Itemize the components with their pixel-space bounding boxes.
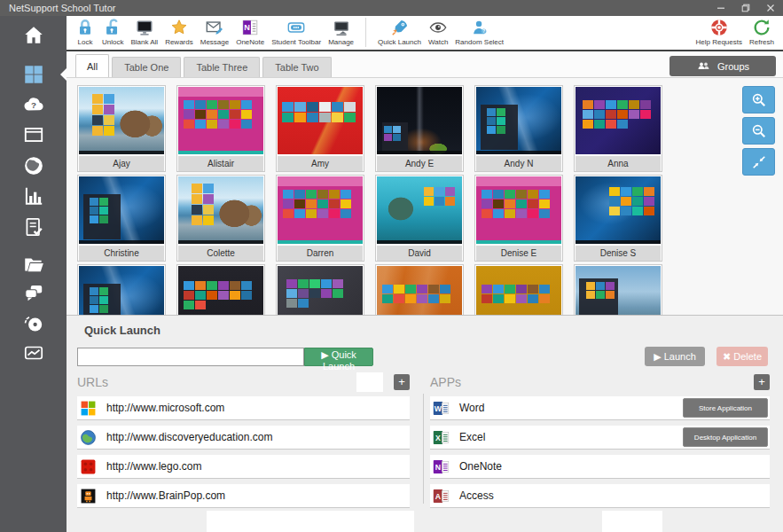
desktop-application-button[interactable]: Desktop Application bbox=[683, 427, 768, 447]
sidebar-item-chat[interactable] bbox=[18, 279, 50, 306]
globe-fav-favicon bbox=[80, 429, 97, 446]
tile bbox=[90, 215, 98, 223]
store-application-button[interactable]: Store Application bbox=[683, 398, 768, 418]
toolbar-student-toolbar-button[interactable]: Student Toolbar bbox=[268, 17, 325, 46]
tile bbox=[286, 279, 297, 288]
tile bbox=[333, 279, 343, 288]
app-name: OneNote bbox=[459, 460, 502, 473]
close-icon bbox=[766, 4, 775, 12]
tab-all[interactable]: All bbox=[75, 54, 109, 77]
tile bbox=[621, 197, 631, 206]
tile-grid bbox=[90, 198, 118, 223]
tile bbox=[92, 105, 103, 114]
svg-text:N: N bbox=[244, 23, 250, 32]
tab-table-one[interactable]: Table One bbox=[112, 57, 181, 77]
sidebar-item-window[interactable] bbox=[18, 121, 50, 148]
tile bbox=[283, 190, 294, 199]
launch-button[interactable]: ▶ Launch bbox=[645, 347, 705, 366]
home-icon bbox=[22, 24, 45, 47]
quick-launch-go-button[interactable]: ▶ Quick Launch bbox=[304, 348, 373, 366]
student-card[interactable] bbox=[574, 264, 662, 315]
restore-button[interactable] bbox=[733, 0, 758, 16]
student-card-darren[interactable]: Darren bbox=[276, 175, 364, 262]
app-row[interactable]: AAccess bbox=[430, 484, 770, 508]
student-card-ajay[interactable]: Ajay bbox=[77, 85, 166, 172]
student-card-andy-e[interactable]: Andy E bbox=[375, 85, 464, 172]
student-card-denise-s[interactable]: Denise S bbox=[574, 175, 662, 262]
quick-launch-input[interactable] bbox=[77, 348, 304, 366]
app-row[interactable]: WWordStore Application bbox=[430, 396, 770, 420]
tile bbox=[329, 190, 340, 199]
app-row[interactable]: NOneNote bbox=[430, 455, 770, 479]
sidebar-item-files[interactable] bbox=[18, 251, 50, 278]
toolbar-watch-button[interactable]: Watch bbox=[425, 17, 451, 46]
add-url-button[interactable]: + bbox=[394, 374, 410, 390]
tile bbox=[99, 207, 108, 215]
student-card[interactable] bbox=[276, 264, 364, 315]
url-row[interactable]: http://www.discoveryeducation.com bbox=[77, 426, 410, 450]
tile bbox=[321, 289, 332, 298]
zoom-in-button[interactable] bbox=[742, 86, 775, 113]
sidebar-item-question[interactable]: ? bbox=[18, 91, 50, 118]
student-screen-thumbnail bbox=[178, 87, 263, 154]
taskbar bbox=[178, 240, 263, 244]
sidebar-item-activity[interactable] bbox=[18, 340, 50, 366]
student-card-alistair[interactable]: Alistair bbox=[176, 85, 265, 172]
sidebar-item-audio[interactable] bbox=[18, 311, 50, 338]
toolbar-blank-all-button[interactable]: Blank All bbox=[127, 17, 161, 46]
toolbar-message-button[interactable]: Message bbox=[197, 17, 232, 46]
student-card-christine[interactable]: Christine bbox=[77, 175, 166, 262]
url-row[interactable]: http://www.lego.com bbox=[77, 455, 410, 479]
student-screen-thumbnail bbox=[377, 176, 462, 244]
urls-blank-chip[interactable] bbox=[356, 372, 383, 392]
groups-button[interactable]: Groups bbox=[669, 56, 776, 76]
student-card-amy[interactable]: Amy bbox=[276, 85, 364, 172]
fit-size-button[interactable] bbox=[742, 148, 775, 176]
zoom-out-button[interactable] bbox=[742, 117, 775, 145]
student-card[interactable] bbox=[474, 264, 563, 315]
sidebar-item-home[interactable] bbox=[18, 22, 50, 49]
tile bbox=[445, 197, 455, 206]
close-button[interactable] bbox=[758, 0, 783, 16]
student-card[interactable] bbox=[176, 264, 265, 315]
student-card-david[interactable]: David bbox=[375, 175, 464, 262]
tile bbox=[306, 209, 317, 218]
sidebar-item-web[interactable] bbox=[18, 153, 50, 179]
student-card[interactable] bbox=[375, 264, 464, 315]
toolbar-lock-button[interactable]: Lock bbox=[72, 17, 98, 46]
tile bbox=[99, 305, 108, 313]
sidebar-item-assessments[interactable] bbox=[18, 214, 50, 240]
student-card-colette[interactable]: Colette bbox=[176, 175, 265, 262]
tab-table-three[interactable]: Table Three bbox=[184, 57, 260, 77]
student-card[interactable] bbox=[77, 264, 166, 315]
student-card-denise-e[interactable]: Denise E bbox=[474, 175, 563, 262]
tile bbox=[341, 200, 351, 208]
student-card-anna[interactable]: Anna bbox=[574, 85, 662, 172]
toolbar-manage-button[interactable]: Manage bbox=[325, 17, 357, 46]
toolbar-label: Help Requests bbox=[696, 38, 742, 46]
sidebar-item-students[interactable] bbox=[18, 61, 50, 88]
tab-table-two[interactable]: Table Two bbox=[262, 57, 331, 77]
tile bbox=[493, 294, 504, 303]
toolbar-onenote-button[interactable]: NOneNote bbox=[232, 17, 268, 46]
tile bbox=[192, 184, 202, 193]
toolbar-quick-launch-button[interactable]: Quick Launch bbox=[374, 17, 425, 46]
url-row[interactable]: http://www.BrainPop.com bbox=[77, 484, 410, 508]
toolbar-random-select-button[interactable]: ?Random Select bbox=[451, 17, 507, 46]
toolbar-unlock-button[interactable]: Unlock bbox=[98, 17, 127, 46]
app-name: Access bbox=[459, 489, 494, 502]
app-row[interactable]: XExcelDesktop Application bbox=[430, 426, 770, 450]
tile bbox=[482, 209, 492, 218]
tile bbox=[203, 184, 214, 193]
tab-bar: AllTable OneTable ThreeTable Two Groups bbox=[67, 51, 783, 78]
add-app-button[interactable]: + bbox=[754, 374, 770, 390]
minimize-button[interactable] bbox=[709, 0, 733, 16]
student-card-andy-n[interactable]: Andy N bbox=[474, 85, 563, 172]
delete-button[interactable]: ✖ Delete bbox=[716, 347, 768, 366]
tile bbox=[487, 126, 496, 134]
url-row[interactable]: http://www.microsoft.com bbox=[77, 396, 410, 420]
toolbar-rewards-button[interactable]: Rewards bbox=[161, 17, 197, 46]
toolbar-refresh-button[interactable]: Refresh bbox=[746, 17, 778, 46]
sidebar-item-charts[interactable] bbox=[18, 183, 50, 209]
toolbar-help-requests-button[interactable]: Help Requests bbox=[693, 17, 746, 46]
